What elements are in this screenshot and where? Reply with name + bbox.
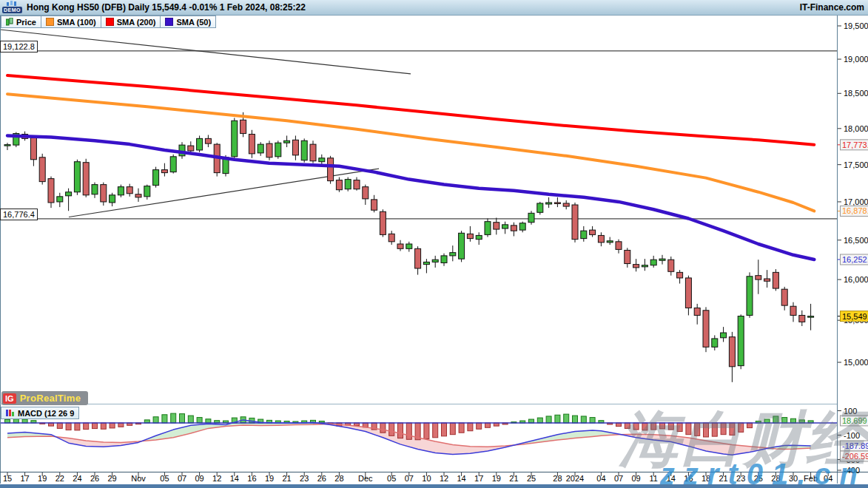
candle-body <box>423 262 429 264</box>
candle-body <box>459 233 465 259</box>
candle-body <box>161 170 167 173</box>
x-tick-label: 21 <box>509 474 518 483</box>
price-macd-chart[interactable]: 19,50019,00018,50018,00017,50017,00016,5… <box>0 0 868 488</box>
legend-label: SMA (200) <box>117 18 156 27</box>
y-tick-label: 16,000 <box>844 275 868 284</box>
candle-body <box>781 289 787 305</box>
macd-histogram-bar <box>398 423 403 438</box>
macd-histogram-bar <box>389 423 394 436</box>
macd-histogram-bar <box>686 423 691 435</box>
macd-histogram-bar <box>573 416 578 423</box>
macd-histogram-bar <box>782 418 787 423</box>
candle-body <box>397 244 403 248</box>
candle-body <box>83 163 89 195</box>
axis-value-label: 16,252.. <box>842 255 868 264</box>
candle-body <box>563 203 569 206</box>
macd-icon <box>6 409 15 418</box>
prorealtime-badge[interactable]: IG ProRealTime <box>1 391 88 405</box>
macd-histogram-bar <box>450 423 455 435</box>
macd-histogram-bar <box>764 419 770 423</box>
site-link[interactable]: IT-Finance.com <box>800 2 864 13</box>
y-tick-label: 19,000 <box>844 55 868 64</box>
candle-body <box>319 158 325 162</box>
candle-body <box>57 197 63 202</box>
macd-indicator-chip[interactable]: MACD (12 26 9 <box>1 407 79 419</box>
candle-body <box>668 260 674 271</box>
candle-body <box>232 121 238 157</box>
candle-body <box>721 333 727 338</box>
candle-body <box>476 235 482 239</box>
candle-body <box>485 222 491 235</box>
chart-window: 19,50019,00018,50018,00017,50017,00016,5… <box>0 0 868 488</box>
y-tick-label: 17,000 <box>844 197 868 206</box>
x-tick-label: 2024 <box>566 474 584 483</box>
macd-histogram-bar <box>730 423 735 436</box>
macd-histogram-bar <box>477 423 482 429</box>
candle-body <box>616 242 622 250</box>
candle-body <box>450 253 456 256</box>
instrument-title: Hong Kong HS50 (DFB) Daily 15,549.4 -0.0… <box>27 2 306 13</box>
candle-body <box>598 235 604 242</box>
macd-histogram-bar <box>110 423 115 428</box>
x-tick-label: 28 <box>334 474 343 483</box>
x-tick-label: 11 <box>649 474 657 483</box>
macd-histogram-bar <box>625 423 630 428</box>
candle-body <box>677 272 683 278</box>
x-tick-label: 17 <box>20 474 29 483</box>
candle-body <box>363 187 369 199</box>
macd-histogram-bar <box>380 423 386 433</box>
macd-histogram-bar <box>485 423 491 427</box>
x-tick-label: 25 <box>754 474 763 483</box>
macd-histogram-bar <box>459 423 464 433</box>
candle-body <box>301 140 307 160</box>
legend-chip-sma100[interactable]: SMA (100) <box>41 16 101 28</box>
macd-histogram-bar <box>668 423 673 430</box>
macd-value-label: 18.699 <box>842 416 867 425</box>
candle-body <box>118 187 124 195</box>
candle-body <box>127 187 132 194</box>
legend-label: SMA (50) <box>176 18 211 27</box>
macd-histogram-bar <box>633 423 639 430</box>
macd-histogram-bar <box>747 423 753 428</box>
legend-chip-price[interactable]: Price <box>1 16 41 28</box>
macd-histogram-bar <box>188 416 193 423</box>
macd-histogram-bar <box>92 423 98 429</box>
demo-badge: DEMO <box>2 7 22 13</box>
x-tick-label: 18 <box>702 474 710 483</box>
candle-body <box>642 265 647 267</box>
candle-body <box>494 223 499 229</box>
macd-histogram-bar <box>537 418 542 423</box>
x-tick-label: 14 <box>457 474 465 483</box>
level-label-lower: 16,776.4 <box>0 209 38 220</box>
x-tick-label: 16 <box>684 474 693 483</box>
bottom-scroll-strip[interactable] <box>0 484 868 488</box>
axis-value-label: 15,549.. <box>842 312 868 321</box>
macd-histogram-bar <box>704 423 709 437</box>
candle-body <box>554 203 560 204</box>
candle-body <box>144 186 150 197</box>
y-tick-label: 15,000 <box>844 358 868 367</box>
candle-body <box>590 230 596 234</box>
price-icon <box>6 18 13 26</box>
candle-body <box>519 223 525 230</box>
macd-histogram-bar <box>424 423 429 438</box>
legend-chip-sma50[interactable]: SMA (50) <box>160 16 216 28</box>
x-tick-label: 05 <box>387 474 396 483</box>
candle-body <box>48 179 54 203</box>
candle-body <box>441 256 447 263</box>
ig-logo: IG <box>3 393 16 404</box>
x-tick-label: 23 <box>300 474 309 483</box>
candle-body <box>738 316 744 366</box>
x-tick-label: 09 <box>195 474 203 483</box>
y-tick-label: 18,000 <box>844 124 868 133</box>
candle-body <box>502 225 508 228</box>
prorealtime-logo: ProRealTime <box>20 393 81 404</box>
candle-body <box>30 138 36 159</box>
x-tick-label: 12 <box>212 474 221 483</box>
x-tick-label: 19 <box>492 474 501 483</box>
macd-histogram-bar <box>84 423 89 430</box>
candle-body <box>74 162 80 192</box>
title-bar: DEMO Hong Kong HS50 (DFB) Daily 15,549.4… <box>0 0 868 16</box>
x-tick-label: 14 <box>230 474 239 483</box>
legend-chip-sma200[interactable]: SMA (200) <box>101 16 161 28</box>
